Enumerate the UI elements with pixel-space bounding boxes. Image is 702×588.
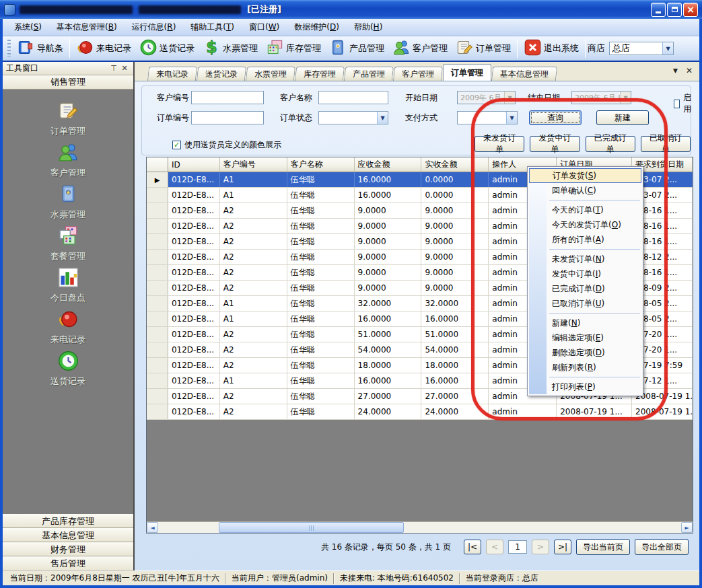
- context-menu-item[interactable]: 已取消订单(U): [529, 296, 641, 311]
- toolbar-button-inventory[interactable]: 库存管理: [262, 38, 325, 59]
- filter-button-发货中订单[interactable]: 发货中订单: [530, 136, 580, 152]
- column-header-ID[interactable]: ID: [168, 157, 220, 172]
- sidebar-item-今日盘点[interactable]: 今日盘点: [28, 264, 108, 306]
- filter-button-已完成订单[interactable]: 已完成订单: [586, 136, 635, 152]
- toolbar-button-order[interactable]: 订单管理: [452, 38, 515, 59]
- context-menu-item[interactable]: 今天的订单(T): [529, 203, 641, 217]
- sidebar-item-套餐管理[interactable]: 套餐管理: [28, 223, 108, 264]
- prev-page-button[interactable]: <: [486, 540, 503, 554]
- tab-订单管理[interactable]: 订单管理: [443, 64, 491, 81]
- shop-select[interactable]: 总店 ▼: [609, 42, 674, 55]
- sidebar-group-产品库存管理[interactable]: 产品库存管理: [3, 514, 133, 528]
- customer-name-input[interactable]: [318, 91, 388, 104]
- tab-送货记录[interactable]: 送货记录: [197, 67, 246, 81]
- export-all-pages-button[interactable]: 导出全部页: [635, 539, 689, 555]
- row-selector[interactable]: [147, 342, 168, 357]
- pin-icon[interactable]: ⊤: [108, 64, 119, 73]
- toolbar-grip[interactable]: [7, 40, 11, 57]
- new-button[interactable]: 新建: [596, 110, 649, 125]
- context-menu-item[interactable]: 新建(N): [529, 316, 641, 330]
- next-page-button[interactable]: >: [532, 540, 549, 554]
- sidebar-group-售后管理[interactable]: 售后管理: [3, 556, 133, 571]
- chevron-down-icon[interactable]: ▼: [377, 112, 388, 124]
- sidebar-group-sales[interactable]: 销售管理: [3, 75, 133, 89]
- row-selector[interactable]: ▶: [147, 172, 168, 187]
- row-selector[interactable]: [147, 327, 168, 342]
- page-number-input[interactable]: [508, 540, 527, 554]
- sidebar-group-财务管理[interactable]: 财务管理: [3, 542, 133, 556]
- menubar-item[interactable]: 系统(S): [7, 20, 49, 35]
- tab-close-icon[interactable]: ✕: [686, 67, 693, 74]
- scroll-right-icon[interactable]: ►: [681, 522, 693, 533]
- tab-来电记录[interactable]: 来电记录: [147, 67, 197, 81]
- column-header-实收金额[interactable]: 实收金额: [421, 157, 489, 172]
- menubar-item[interactable]: 运行信息(R): [125, 20, 184, 35]
- chevron-down-icon[interactable]: ▼: [662, 42, 673, 54]
- row-selector[interactable]: [147, 311, 168, 326]
- row-selector[interactable]: [147, 404, 168, 419]
- column-header-客户编号[interactable]: 客户编号: [220, 157, 287, 172]
- first-page-button[interactable]: |<: [464, 540, 481, 554]
- sidebar-item-送货记录[interactable]: 送货记录: [28, 348, 108, 390]
- context-menu-item[interactable]: 删除选定项(D): [529, 345, 641, 360]
- row-selector[interactable]: [147, 188, 168, 203]
- row-selector[interactable]: [147, 281, 168, 295]
- tab-基本信息管理[interactable]: 基本信息管理: [491, 67, 557, 81]
- deliveryman-color-checkbox[interactable]: ✓: [172, 141, 181, 149]
- table-row[interactable]: 012D-E8...A2伍华聪24.000024.0000admin2008-0…: [147, 404, 693, 420]
- sidebar-item-客户管理[interactable]: 客户管理: [28, 139, 108, 181]
- menubar-item[interactable]: 辅助工具(T): [183, 20, 242, 35]
- menubar-item[interactable]: 数据维护(D): [287, 20, 347, 35]
- tab-list-dropdown-icon[interactable]: ▼: [673, 67, 678, 74]
- column-header-应收金额[interactable]: 应收金额: [355, 157, 422, 172]
- filter-button-已取消订单[interactable]: 已取消订单: [641, 136, 691, 152]
- context-menu-item[interactable]: 未发货订单(N): [529, 252, 641, 266]
- menubar-item[interactable]: 窗口(W): [242, 20, 287, 35]
- minimize-button[interactable]: [651, 3, 666, 17]
- horizontal-scrollbar[interactable]: ◄ ►: [147, 521, 693, 533]
- toolbar-button-clock[interactable]: 送货记录: [135, 38, 199, 59]
- menubar-item[interactable]: 帮助(H): [347, 20, 390, 35]
- row-selector[interactable]: [147, 203, 168, 218]
- scroll-left-icon[interactable]: ◄: [147, 522, 158, 533]
- export-current-page-button[interactable]: 导出当前页: [576, 539, 630, 555]
- row-selector[interactable]: [147, 250, 168, 264]
- menubar-item[interactable]: 基本信息管理(B): [49, 20, 125, 35]
- toolbar-button-navigator[interactable]: 导航条: [13, 38, 67, 59]
- maximize-button[interactable]: [667, 3, 682, 17]
- enable-checkbox[interactable]: [674, 100, 680, 108]
- tab-库存管理[interactable]: 库存管理: [295, 67, 345, 81]
- chevron-down-icon[interactable]: ▼: [506, 112, 517, 124]
- order-no-input[interactable]: [191, 111, 264, 124]
- customer-no-input[interactable]: [191, 91, 264, 104]
- row-selector[interactable]: [147, 234, 168, 249]
- filter-button-未发货订单[interactable]: 未发货订单: [475, 136, 524, 152]
- context-menu-item[interactable]: 编辑选定项(E): [529, 330, 641, 345]
- start-date-picker[interactable]: 2009年 6月 8日 ▼: [457, 91, 516, 104]
- toolbar-button-bell[interactable]: 来电记录: [72, 38, 135, 59]
- context-menu-item[interactable]: 订单发货(S): [529, 168, 641, 183]
- tab-客户管理[interactable]: 客户管理: [393, 67, 443, 81]
- row-selector[interactable]: [147, 219, 168, 233]
- last-page-button[interactable]: >|: [554, 540, 571, 554]
- scrollbar-thumb[interactable]: [219, 522, 404, 533]
- order-status-select[interactable]: ▼: [318, 111, 388, 124]
- context-menu-item[interactable]: 今天的发货订单(O): [529, 217, 641, 232]
- toolbar-button-product[interactable]: 产品管理: [325, 38, 388, 59]
- context-menu-item[interactable]: 回单确认(C): [529, 183, 641, 198]
- query-button[interactable]: 查询: [529, 110, 582, 125]
- row-selector[interactable]: [147, 358, 168, 373]
- tab-产品管理[interactable]: 产品管理: [344, 67, 394, 81]
- close-icon[interactable]: ✕: [119, 64, 130, 73]
- tab-水票管理[interactable]: 水票管理: [246, 67, 295, 81]
- toolbar-button-exit[interactable]: 退出系统: [520, 38, 583, 59]
- context-menu-item[interactable]: 刷新列表(R): [529, 360, 641, 375]
- column-header-客户名称[interactable]: 客户名称: [287, 157, 355, 172]
- toolbar-button-dollar[interactable]: $水票管理: [199, 38, 262, 59]
- context-menu-item[interactable]: 打印列表(P): [529, 379, 641, 394]
- sidebar-item-来电记录[interactable]: 来电记录: [28, 306, 108, 348]
- sidebar-group-基本信息管理[interactable]: 基本信息管理: [3, 528, 133, 542]
- sidebar-item-水票管理[interactable]: 水票管理: [28, 181, 108, 223]
- toolbar-button-customers[interactable]: 客户管理: [388, 38, 452, 59]
- close-button[interactable]: ×: [683, 3, 698, 17]
